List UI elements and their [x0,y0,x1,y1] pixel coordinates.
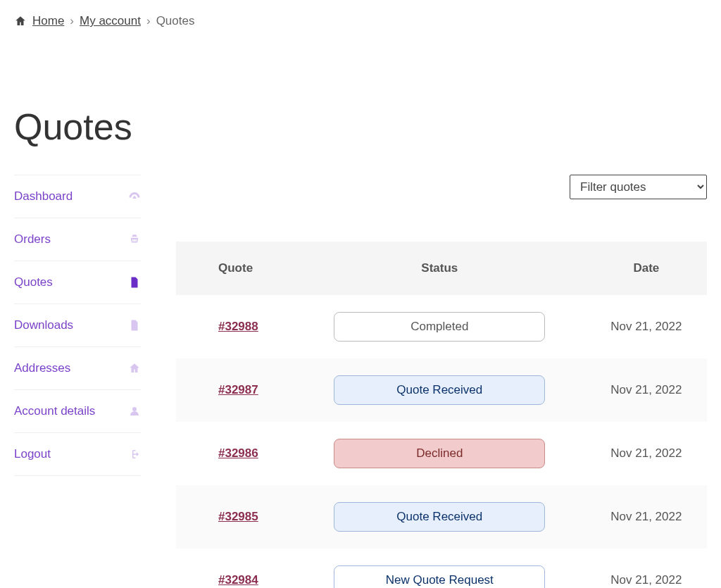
quote-link[interactable]: #32988 [218,320,258,333]
sidebar-item-label: Downloads [14,318,73,332]
table-row: #32988CompletedNov 21, 2022 [176,295,707,358]
quote-link[interactable]: #32986 [218,446,258,460]
sidebar-item-label: Account details [14,404,95,418]
breadcrumb-current: Quotes [156,14,195,28]
main-content: Filter quotes Quote Status Date #32988Co… [176,175,707,588]
status-badge: Quote Received [334,375,545,405]
quote-id-cell: #32984 [176,549,294,588]
page-title: Quotes [14,106,707,148]
sidebar-item-label: Dashboard [14,189,73,204]
quote-id-cell: #32988 [176,295,294,358]
table-row: #32986DeclinedNov 21, 2022 [176,422,707,485]
user-icon [128,405,141,418]
date-cell: Nov 21, 2022 [586,485,707,549]
sidebar-item-addresses[interactable]: Addresses [14,346,141,389]
sidebar-item-orders[interactable]: Orders [14,218,141,261]
breadcrumb-account[interactable]: My account [80,14,141,28]
col-status: Status [294,242,586,295]
quote-link[interactable]: #32984 [218,573,258,587]
quotes-table: Quote Status Date #32988CompletedNov 21,… [176,242,707,588]
filter-quotes-select[interactable]: Filter quotes [570,175,707,199]
sidebar-item-dashboard[interactable]: Dashboard [14,175,141,218]
status-cell: New Quote Request [294,549,586,588]
breadcrumb-sep-icon: › [146,14,151,28]
table-row: #32987Quote ReceivedNov 21, 2022 [176,358,707,422]
breadcrumb: Home › My account › Quotes [14,14,707,28]
status-badge: New Quote Request [334,565,545,588]
sidebar-item-label: Orders [14,232,51,246]
status-badge: Declined [334,439,545,468]
file-icon [128,276,141,289]
home-icon [14,15,27,27]
sidebar-item-label: Addresses [14,361,70,375]
status-cell: Quote Received [294,485,586,549]
status-cell: Quote Received [294,358,586,422]
sidebar: Dashboard Orders Quotes Downloads Addres… [14,175,141,476]
basket-icon [128,233,141,246]
status-badge: Quote Received [334,502,545,532]
filter-row: Filter quotes [176,175,707,199]
gauge-icon [128,190,141,203]
status-badge: Completed [334,312,545,342]
house-icon [128,362,141,375]
date-cell: Nov 21, 2022 [586,549,707,588]
status-cell: Declined [294,422,586,485]
sidebar-item-downloads[interactable]: Downloads [14,304,141,346]
download-file-icon [128,319,141,332]
date-cell: Nov 21, 2022 [586,422,707,485]
quote-link[interactable]: #32985 [218,510,258,523]
date-cell: Nov 21, 2022 [586,295,707,358]
sidebar-item-account-details[interactable]: Account details [14,389,141,432]
date-cell: Nov 21, 2022 [586,358,707,422]
sidebar-item-logout[interactable]: Logout [14,432,141,476]
quote-id-cell: #32986 [176,422,294,485]
status-cell: Completed [294,295,586,358]
sidebar-item-quotes[interactable]: Quotes [14,261,141,304]
logout-icon [128,448,141,461]
quote-id-cell: #32987 [176,358,294,422]
table-row: #32984New Quote RequestNov 21, 2022 [176,549,707,588]
quote-id-cell: #32985 [176,485,294,549]
table-row: #32985Quote ReceivedNov 21, 2022 [176,485,707,549]
col-quote: Quote [176,242,294,295]
sidebar-item-label: Logout [14,447,51,461]
col-date: Date [586,242,707,295]
breadcrumb-sep-icon: › [70,14,74,28]
breadcrumb-home[interactable]: Home [32,14,64,28]
quote-link[interactable]: #32987 [218,383,258,396]
sidebar-item-label: Quotes [14,275,53,289]
